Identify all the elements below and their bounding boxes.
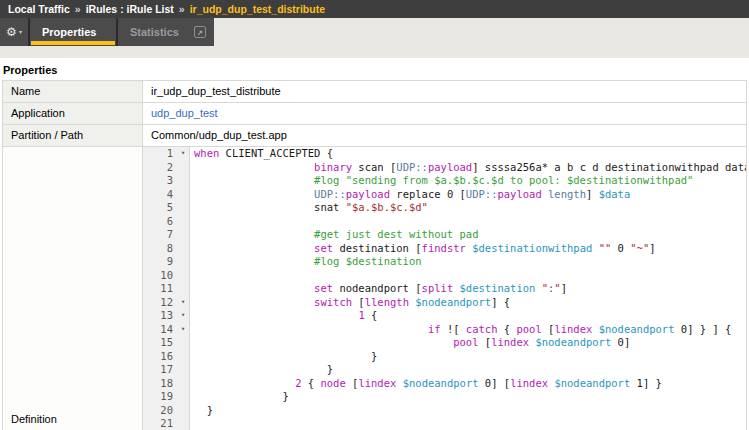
- fold-toggle-icon[interactable]: ▾: [177, 309, 190, 323]
- line-number: 13: [143, 309, 177, 323]
- code-line[interactable]: 17 }: [143, 363, 746, 377]
- main-content: Properties Name ir_udp_dup_test_distribu…: [0, 58, 749, 430]
- breadcrumb-item-irule-list[interactable]: iRules : iRule List: [86, 3, 174, 15]
- settings-menu-button[interactable]: ⚙ ▾: [0, 18, 28, 46]
- line-number: 4: [143, 188, 177, 202]
- line-number: 2: [143, 161, 177, 175]
- code-text: pool [lindex $nodeandport 0]: [190, 336, 630, 350]
- fold-gutter: [177, 188, 190, 202]
- line-number: 16: [143, 350, 177, 364]
- line-number: 18: [143, 377, 177, 391]
- name-value: ir_udp_dup_test_distribute: [143, 81, 746, 102]
- open-new-window-icon[interactable]: ↗: [194, 26, 206, 38]
- code-text: set nodeandport [split $destination ":"]: [190, 282, 567, 296]
- fold-gutter: [177, 228, 190, 242]
- code-text: }: [190, 363, 333, 377]
- code-line[interactable]: 13▾ 1 {: [143, 309, 746, 323]
- application-label: Application: [3, 103, 143, 124]
- code-line[interactable]: 1▾when CLIENT_ACCEPTED {: [143, 147, 746, 161]
- code-text: #log $destination: [190, 255, 422, 269]
- code-text: set destination [findstr $destinationwit…: [190, 242, 656, 256]
- section-title: Properties: [3, 64, 749, 77]
- code-text: #log "sending from $a.$b.$c.$d to pool: …: [190, 174, 693, 188]
- partition-label: Partition / Path: [3, 125, 143, 146]
- fold-gutter: [177, 255, 190, 269]
- fold-gutter: [177, 174, 190, 188]
- line-number: 14: [143, 323, 177, 337]
- line-number: 9: [143, 255, 177, 269]
- fold-gutter: [177, 215, 190, 229]
- fold-gutter: [177, 350, 190, 364]
- code-line[interactable]: 18 2 { node [lindex $nodeandport 0] [lin…: [143, 377, 746, 391]
- code-editor[interactable]: 1▾when CLIENT_ACCEPTED {2 binary scan [U…: [143, 147, 746, 430]
- code-line[interactable]: 11 set nodeandport [split $destination "…: [143, 282, 746, 296]
- code-line[interactable]: 12▾ switch [llength $nodeandport] {: [143, 296, 746, 310]
- fold-gutter: [177, 417, 190, 430]
- line-number: 8: [143, 242, 177, 256]
- code-text: if ![ catch { pool [lindex $nodeandport …: [190, 323, 731, 337]
- fold-gutter: [177, 201, 190, 215]
- line-number: 19: [143, 390, 177, 404]
- code-line[interactable]: 2 binary scan [UDP::payload] ssssa256a* …: [143, 161, 746, 175]
- tab-properties[interactable]: Properties: [30, 18, 116, 46]
- breadcrumb-separator: »: [75, 3, 81, 15]
- code-text: binary scan [UDP::payload] ssssa256a* a …: [190, 161, 746, 175]
- fold-gutter: [177, 269, 190, 283]
- tab-statistics-label: Statistics: [130, 26, 179, 38]
- gear-icon: ⚙: [6, 26, 17, 38]
- breadcrumb-item-local-traffic[interactable]: Local Traffic: [8, 3, 70, 15]
- code-line[interactable]: 8 set destination [findstr $destinationw…: [143, 242, 746, 256]
- code-line[interactable]: 4 UDP::payload replace 0 [UDP::payload l…: [143, 188, 746, 202]
- active-tab-underline: [31, 41, 115, 45]
- code-line[interactable]: 14▾ if ![ catch { pool [lindex $nodeandp…: [143, 323, 746, 337]
- application-value: udp_dup_test: [143, 103, 746, 124]
- name-label: Name: [3, 81, 143, 102]
- application-link[interactable]: udp_dup_test: [151, 107, 218, 119]
- code-text: switch [llength $nodeandport] {: [190, 296, 510, 310]
- fold-toggle-icon[interactable]: ▾: [177, 296, 190, 310]
- partition-value: Common/udp_dup_test.app: [143, 125, 746, 146]
- code-text: }: [190, 404, 213, 418]
- properties-table: Name ir_udp_dup_test_distribute Applicat…: [2, 80, 747, 430]
- line-number: 10: [143, 269, 177, 283]
- code-line[interactable]: 16 }: [143, 350, 746, 364]
- line-number: 5: [143, 201, 177, 215]
- code-line[interactable]: 19 }: [143, 390, 746, 404]
- code-line[interactable]: 5 snat "$a.$b.$c.$d": [143, 201, 746, 215]
- line-number: 21: [143, 417, 177, 430]
- chevron-down-icon: ▾: [19, 29, 22, 35]
- code-text: }: [190, 350, 377, 364]
- fold-gutter: [177, 336, 190, 350]
- code-line[interactable]: 21: [143, 417, 746, 430]
- fold-gutter: [177, 377, 190, 391]
- code-text: 1 {: [190, 309, 377, 323]
- breadcrumb-separator: »: [179, 3, 185, 15]
- line-number: 15: [143, 336, 177, 350]
- code-text: [190, 215, 194, 229]
- fold-gutter: [177, 404, 190, 418]
- code-line[interactable]: 6: [143, 215, 746, 229]
- code-text: snat "$a.$b.$c.$d": [190, 201, 428, 215]
- line-number: 11: [143, 282, 177, 296]
- table-row-definition: Definition 1▾when CLIENT_ACCEPTED {2 bin…: [3, 147, 746, 430]
- code-text: UDP::payload replace 0 [UDP::payload len…: [190, 188, 630, 202]
- code-line[interactable]: 7 #get just dest without pad: [143, 228, 746, 242]
- fold-gutter: [177, 242, 190, 256]
- definition-value: 1▾when CLIENT_ACCEPTED {2 binary scan [U…: [143, 147, 746, 430]
- line-number: 17: [143, 363, 177, 377]
- code-line[interactable]: 9 #log $destination: [143, 255, 746, 269]
- line-number: 20: [143, 404, 177, 418]
- tab-properties-label: Properties: [42, 26, 96, 38]
- code-line[interactable]: 10: [143, 269, 746, 283]
- line-number: 3: [143, 174, 177, 188]
- code-line[interactable]: 3 #log "sending from $a.$b.$c.$d to pool…: [143, 174, 746, 188]
- fold-toggle-icon[interactable]: ▾: [177, 147, 190, 161]
- code-text: [190, 269, 194, 283]
- tab-statistics[interactable]: Statistics ↗: [118, 18, 214, 46]
- definition-label: Definition: [3, 147, 143, 430]
- fold-toggle-icon[interactable]: ▾: [177, 323, 190, 337]
- line-number: 7: [143, 228, 177, 242]
- code-line[interactable]: 15 pool [lindex $nodeandport 0]: [143, 336, 746, 350]
- code-text: when CLIENT_ACCEPTED {: [190, 147, 333, 161]
- code-line[interactable]: 20 }: [143, 404, 746, 418]
